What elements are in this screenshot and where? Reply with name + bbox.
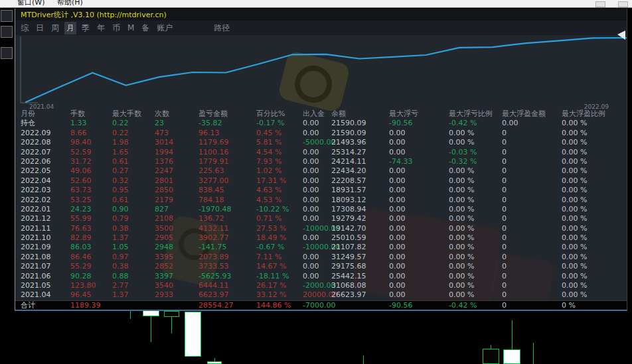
tab-年[interactable]: 年: [95, 22, 107, 34]
cell: 4132.11: [198, 224, 229, 233]
candlestick-wick: [363, 355, 364, 364]
table-row[interactable]: 2021.1255.990.792108136.720.71 %0.001927…: [15, 214, 627, 223]
cell: 3733.53: [198, 262, 229, 271]
cell: 0.00: [389, 166, 406, 176]
table-row[interactable]: 持仓1.330.2223-35.82-0.17 %0.0021590.09-90…: [15, 119, 627, 128]
table-row[interactable]: 2021.0690.280.883397-5625.93-18.11 %0.00…: [15, 272, 627, 281]
tab-币[interactable]: 币: [110, 22, 122, 34]
table-row[interactable]: 2021.0886.460.9733952073.897.11 %0.00312…: [15, 253, 627, 262]
table-row[interactable]: 2021.1176.630.3835004132.1127.53 %-10000…: [15, 224, 627, 233]
candlestick-body: [503, 349, 520, 364]
cell: -10.22 %: [256, 205, 289, 214]
cell: 0.00 %: [562, 138, 587, 147]
cell: 0.00: [389, 129, 406, 138]
candlestick-body: [483, 349, 499, 364]
menu-item-help[interactable]: 帮助(H): [57, 0, 83, 7]
cell: -74.33: [389, 157, 412, 166]
table-row[interactable]: 2021.0496.451.3729336623.9733.12 %20000.…: [15, 290, 627, 300]
cell: 26623.97: [331, 290, 366, 300]
toolbar-icon[interactable]: [1, 26, 13, 38]
cell: 1.98: [112, 138, 129, 147]
cell: 0.00: [303, 157, 319, 166]
cell: 0.00: [389, 224, 406, 233]
cell: 0.00: [389, 148, 406, 157]
cell: 1100.16: [198, 148, 229, 157]
cell: 0.00 %: [449, 138, 474, 147]
tab-季[interactable]: 季: [80, 22, 92, 34]
table-row[interactable]: 2021.05123.802.7735406444.1126.17 %-2000…: [15, 281, 627, 290]
cell: 3397: [155, 272, 173, 281]
table-row[interactable]: 2022.0253.250.612179784.184.53 %0.001809…: [15, 196, 627, 205]
table-row[interactable]: 2022.0898.401.9830141179.695.81 %-5000.0…: [15, 138, 627, 147]
tab-备[interactable]: 备: [139, 22, 151, 34]
cell: 53.25: [70, 196, 92, 205]
table-row[interactable]: 2022.0363.730.952850838.454.63 %0.001893…: [15, 186, 627, 195]
cell: 225.63: [198, 166, 224, 176]
cell: 0.38: [112, 262, 129, 271]
row-label: 2022.08: [21, 138, 51, 147]
tab-账户[interactable]: 账户: [155, 22, 175, 34]
table-row[interactable]: 2022.0631.720.6113761779.917.93 %0.00242…: [15, 157, 627, 166]
cell: 0.00: [303, 196, 319, 205]
cell: 31068.08: [331, 281, 366, 290]
row-label: 2021.11: [21, 224, 51, 233]
cell: -90.56: [389, 301, 412, 310]
cell: 55.29: [70, 262, 92, 271]
tab-周[interactable]: 周: [49, 22, 61, 34]
minimize-button[interactable]: [595, 1, 605, 7]
row-label: 月份: [21, 109, 35, 119]
table-row[interactable]: 2022.0452.600.3228013277.0017.31 %0.0022…: [15, 176, 627, 186]
tab-月[interactable]: 月: [64, 22, 76, 34]
cell: 19142.70: [331, 224, 366, 233]
tab-日[interactable]: 日: [34, 22, 46, 34]
cell: 0: [502, 205, 507, 214]
cell: -0.42 %: [449, 119, 477, 128]
table-row[interactable]: 2022.0549.060.272247225.631.02 %0.002243…: [15, 166, 627, 176]
table-row[interactable]: 2021.0755.290.3828523733.5314.67 %0.0029…: [15, 262, 627, 271]
table-row[interactable]: 2022.0124.230.90827-1970.48-10.22 %0.001…: [15, 205, 627, 214]
cell: 0.95: [112, 186, 129, 195]
cell: 0: [502, 214, 507, 223]
cell: 22208.57: [331, 176, 366, 186]
row-label: 2021.10: [21, 233, 51, 243]
cell: 0.00: [389, 214, 406, 223]
cell: 4.63 %: [256, 186, 281, 195]
table-row[interactable]: 2021.0986.031.052948-141.75-0.67 %-10000…: [15, 243, 627, 252]
cell: 21493.96: [331, 138, 366, 147]
toolbar-icon[interactable]: [1, 10, 13, 22]
close-button[interactable]: [618, 1, 628, 7]
toolbar-icon[interactable]: [1, 47, 13, 59]
table-row[interactable]: 2022.0752.591.6519941100.164.54 %0.00253…: [15, 148, 627, 157]
cell: 0.00 %: [562, 253, 587, 262]
cell: 百分比%: [256, 109, 285, 119]
cell: 0.00 %: [449, 214, 474, 223]
cell: 0.00 %: [562, 129, 587, 138]
tab-综[interactable]: 综: [19, 22, 31, 34]
cell: 0.00: [303, 148, 319, 157]
path-button[interactable]: 路径: [212, 22, 232, 34]
cell: 最大浮亏比例: [449, 109, 493, 119]
mouse-cursor: [617, 30, 625, 40]
cell: 盈亏金额: [198, 109, 228, 119]
cell: -0.03 %: [449, 148, 477, 157]
cell: 0.00 %: [449, 233, 474, 243]
cell: 0.00 %: [562, 290, 587, 300]
cell: 3500: [155, 224, 173, 233]
cell: 0.88: [112, 272, 129, 281]
cell: 86.03: [70, 243, 92, 252]
table-row[interactable]: 2022.098.660.2247396.130.45 %0.0021590.0…: [15, 129, 627, 138]
cell: 0.00 %: [562, 272, 587, 281]
menu-item-window[interactable]: 窗口(W): [17, 0, 44, 7]
cell: 827: [155, 205, 169, 214]
tab-M[interactable]: M: [125, 23, 136, 33]
cell: 0.00: [303, 233, 319, 243]
cell: 0: [502, 138, 507, 147]
cell: 0.00 %: [562, 214, 587, 223]
cell: 0.27: [112, 166, 129, 176]
cell: 8.66: [70, 129, 87, 138]
cell: 次数: [155, 109, 169, 119]
table-row[interactable]: 2021.1082.891.3729053902.7718.49 %0.0025…: [15, 233, 627, 243]
cell: 0.00 %: [562, 148, 587, 157]
cell: 28554.27: [198, 301, 234, 310]
cell: -0.32 %: [449, 157, 477, 166]
